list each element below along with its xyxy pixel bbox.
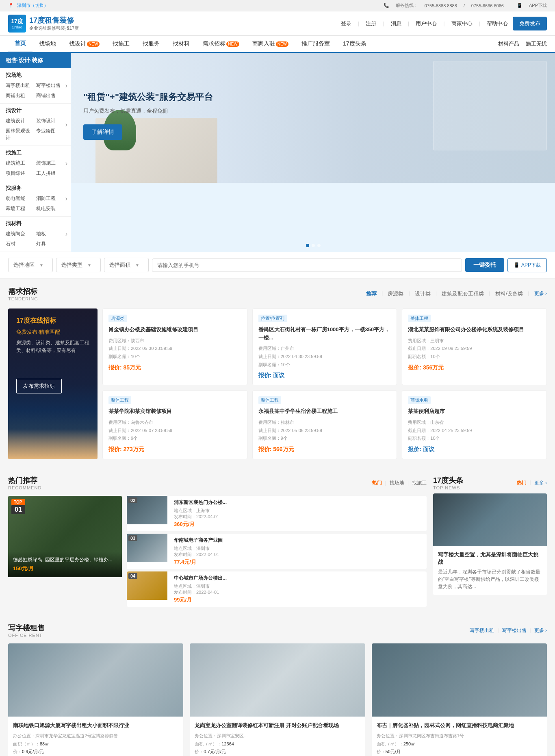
logo[interactable]: 17度 17dao 17度租售装修 企业选址装修移装找17度 [8,15,81,33]
tab-construction[interactable]: 建筑及配套工程类 [442,290,484,298]
nav-promo[interactable]: 推广服务室 [295,35,336,52]
link-worker-group[interactable]: 工人拼组 [36,169,65,178]
nav-login[interactable]: 登录 [341,20,351,27]
nav-merchant[interactable]: 商家中心 [451,20,473,27]
search-submit-btn[interactable]: 一键委托 [465,258,504,272]
hot-news-row: 热门推荐 RECOMMEND 热门 | 找场地 | 找施工 TOP 01 [0,467,555,615]
link-office-sell[interactable]: 写字楼出售 [36,81,65,90]
btn-free-publish[interactable]: 免费发布 [513,17,547,30]
link-lamp[interactable]: 灯具 [36,240,65,248]
tender-price-2: 报价: 面议 [258,372,391,379]
office-grid: 南联地铁口旭源大厦写字楼出租大小面积不限行业 办公位置：深圳市龙华宝龙道宝温道2… [8,643,547,756]
hot-main-badge: TOP 01 [11,499,25,514]
tendering-title-block: 需求招标 TENDERING [8,287,38,301]
tab-more[interactable]: 更多 › [534,290,547,298]
tender-title-5[interactable]: 永福县某中学学生宿舍楼工程施工 [258,407,391,415]
tender-ad-btn[interactable]: 发布需求招标 [16,379,62,393]
nav-tender-badge: NEW [226,41,239,47]
link-weak-elec[interactable]: 弱电智能 [6,194,35,203]
nav-find-venue[interactable]: 找场地 [33,35,63,52]
hot-side-title-1[interactable]: 浦东新区褒热门办公楼... [174,499,231,506]
nav-news[interactable]: 17度头条 [336,35,373,52]
office-title-3[interactable]: 布吉｜孵化器补贴，园林式公网，网红直播科技电商汇聚地 [377,721,542,730]
nav-merchant-join[interactable]: 商家入驻 NEW [246,35,295,52]
news-card[interactable]: 写字楼大量空置，尤其是深圳将面临巨大挑战 最近几年，深圳各子市场已分别贡献了相当… [433,493,547,595]
news-tab-hot[interactable]: 热门 [517,480,527,487]
tender-ad-title: 17度在线招标 [16,317,89,325]
link-project-desc[interactable]: 项目综述 [6,169,35,178]
hot-side-title-2[interactable]: 华南城电子商务产业园 [174,537,231,544]
tender-title-1[interactable]: 肖金镇办公楼及基础设施维修改建项目 [108,326,241,334]
office-rent-links: 写字楼出租 | 写字楼出售 | 更多 › [470,627,547,634]
office-rent-link[interactable]: 写字楼出租 [470,627,494,634]
link-floor[interactable]: 地板 [36,230,65,238]
dot-3[interactable] [317,244,321,247]
news-content: 写字楼大量空置，尤其是深圳将面临巨大挑战 最近几年，深圳各子市场已分别贡献了相当… [433,546,547,595]
header-nav: 登录 | 注册 | 消息 | 用户中心 | 商家中心 | 帮助中心 免费发布 [81,17,547,30]
nav-find-design[interactable]: 找设计 NEW [63,35,106,52]
search-phone-input[interactable] [152,259,462,272]
hot-tab-hot[interactable]: 热门 [372,480,382,487]
tender-title-6[interactable]: 某某便利店超市 [408,407,541,415]
office-title-1[interactable]: 南联地铁口旭源大厦写字楼出租大小面积不限行业 [13,721,178,730]
office-img-2 [190,643,365,717]
nav-find-service[interactable]: 找服务 [136,35,166,52]
tender-card-4: 整体工程 某某学院和某宾馆装修项目 费用区域：乌鲁木齐市 截止日期：2022-0… [102,390,247,459]
link-office-rent[interactable]: 写字楼出租 [6,81,35,90]
nav-find-material[interactable]: 找材料 [166,35,196,52]
nav-find-worker[interactable]: 找施工 [106,35,136,52]
link-garden-design[interactable]: 园林景观设计 [6,127,35,142]
select-type[interactable]: 选择类型 [56,258,101,272]
tender-card-5: 整体工程 永福县某中学学生宿舍楼工程施工 费用区域：桂林市 截止日期：2022-… [252,390,397,459]
nav-register[interactable]: 注册 [366,20,376,27]
link-shop-sell[interactable]: 商铺出售 [36,91,65,100]
hot-tab-venue[interactable]: 找场地 [390,480,404,487]
link-drawing[interactable]: 专业绘图 [36,127,65,142]
office-sell-link[interactable]: 写字楼出售 [502,627,527,634]
dot-2[interactable] [312,244,315,247]
nav-material-product[interactable]: 材料产品 [498,40,519,48]
tender-tag-3: 整体工程 [408,315,431,322]
tab-material[interactable]: 材料/设备类 [495,290,523,298]
tender-title-3[interactable]: 湖北某某服饰有限公司办公楼净化系统及装修项目 [408,326,541,334]
link-mech[interactable]: 机电安装 [36,204,65,213]
tab-design[interactable]: 设计类 [415,290,431,298]
nav-help[interactable]: 帮助中心 [487,20,508,27]
hot-tab-worker[interactable]: 找施工 [412,480,427,487]
nav-tendering[interactable]: 需求招标 NEW [196,35,245,52]
news-more[interactable]: 更多 › [534,480,547,487]
hero-cta-btn[interactable]: 了解详情 [83,124,122,140]
tender-title-4[interactable]: 某某学院和某宾馆装修项目 [108,407,241,415]
tab-house[interactable]: 房源类 [388,290,403,298]
office-more-link[interactable]: 更多 › [534,627,547,634]
tab-recommend[interactable]: 推荐 [366,290,377,298]
nav-worry-free[interactable]: 施工无忧 [526,40,547,48]
link-fire[interactable]: 消防工程 [36,194,65,203]
office-title-2[interactable]: 龙岗宝龙办公室翻译装修红本可新注册 开对公账户配合看现场 [195,721,360,730]
badge-04: 04 [128,573,137,579]
tender-title-2[interactable]: 番禺区大石街礼村有一栋厂房1000平方，一楼350平方，一楼... [258,326,391,341]
news-article-title[interactable]: 写字楼大量空置，尤其是深圳将面临巨大挑战 [438,551,542,566]
hot-side-title-3[interactable]: 中心城市广场办公楼出... [174,575,231,582]
phone2: 0755-6666 6066 [471,3,504,8]
link-shop-rent[interactable]: 商铺出租 [6,91,35,100]
hot-grid: TOP 01 德必虹桥绿岛, 园区里的平层办公楼、绿植办... 150元/月 0… [8,496,427,607]
link-deco-work[interactable]: 装饰施工 [36,159,65,167]
hot-main-title[interactable]: 德必虹桥绿岛, 园区里的平层办公楼、绿植办... [13,556,117,563]
nav-home[interactable]: 首页 [8,35,33,52]
link-deco-design[interactable]: 装饰设计 [36,117,65,125]
dot-1[interactable] [306,244,309,247]
nav-user[interactable]: 用户中心 [416,20,437,27]
link-curtain[interactable]: 幕墙工程 [6,204,35,213]
link-arch-work[interactable]: 建筑施工 [6,159,35,167]
select-region[interactable]: 选择地区 [8,258,53,272]
nav-msg[interactable]: 消息 [391,20,401,27]
search-app-btn[interactable]: 📱 APP下载 [507,258,547,272]
app-download-link[interactable]: APP下载 [529,2,547,9]
select-area[interactable]: 选择面积 [104,258,149,272]
link-arch-design[interactable]: 建筑设计 [6,117,35,125]
location-text[interactable]: 深圳市（切换） [17,2,48,9]
link-stone[interactable]: 石材 [6,240,35,248]
tender-meta-3: 费用区域：三明市 截止日期：2022-09-09 23:59:59 副职名额：1… [408,337,541,361]
link-ceramic[interactable]: 建筑陶瓷 [6,230,35,238]
